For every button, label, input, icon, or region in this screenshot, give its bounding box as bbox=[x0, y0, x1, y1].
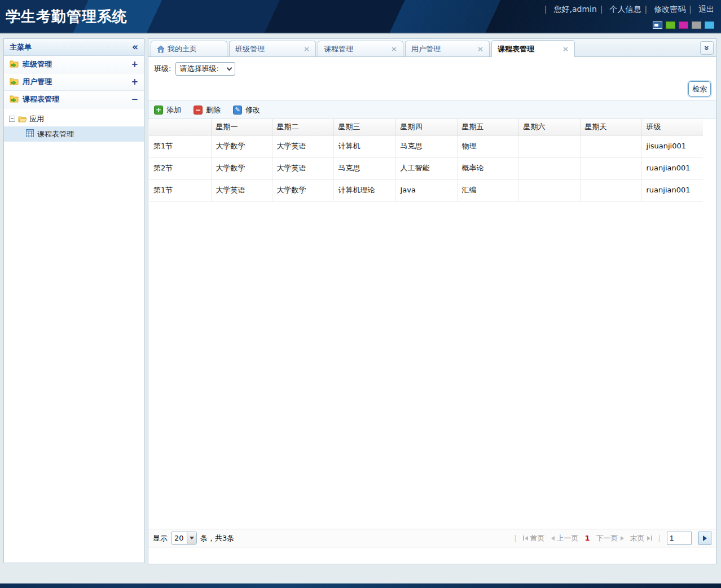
grid-cell[interactable]: 大学英语 bbox=[272, 157, 333, 179]
grid-cell[interactable]: ruanjian001 bbox=[641, 179, 703, 201]
logout-link[interactable]: 退出 bbox=[689, 5, 714, 15]
grid-cell[interactable]: 马克思 bbox=[395, 135, 457, 157]
change-password-link[interactable]: 修改密码 bbox=[645, 5, 686, 15]
grid-cell[interactable] bbox=[518, 157, 580, 179]
class-select[interactable]: 请选择班级: bbox=[175, 62, 235, 76]
tree-node-application[interactable]: 应用 bbox=[4, 111, 144, 126]
prev-page-button[interactable]: 上一页 bbox=[551, 533, 579, 543]
grid-cell[interactable] bbox=[580, 135, 641, 157]
grid-header-cell: 星期六 bbox=[518, 119, 580, 135]
page-size-value: 20 bbox=[172, 532, 187, 544]
tab-overflow-button[interactable] bbox=[700, 41, 714, 55]
grid-cell[interactable]: 计算机 bbox=[333, 135, 395, 157]
grid-cell[interactable] bbox=[518, 179, 580, 201]
table-row[interactable]: 第2节 大学数学 大学英语 马克思 人工智能 概率论 ruanjian001 bbox=[149, 157, 703, 179]
chevrons-down-icon bbox=[702, 45, 711, 51]
grid-cell[interactable]: 第1节 bbox=[149, 135, 211, 157]
grid-cell[interactable]: 大学英语 bbox=[211, 179, 272, 201]
separator bbox=[514, 534, 516, 542]
theme-swatch-gray[interactable] bbox=[692, 21, 701, 29]
grid-header-cell: 星期一 bbox=[211, 119, 272, 135]
tree-node-schedule-management[interactable]: 课程表管理 bbox=[4, 126, 144, 142]
grid-cell[interactable]: 物理 bbox=[457, 135, 518, 157]
sidebar-item-label: 课程表管理 bbox=[23, 94, 131, 104]
add-button[interactable]: 添加 bbox=[154, 105, 181, 115]
sidebar-title: 主菜单 bbox=[10, 42, 132, 52]
tree-node-label: 应用 bbox=[29, 114, 44, 124]
grid-cell[interactable]: 大学数学 bbox=[272, 179, 333, 201]
add-button-label: 添加 bbox=[166, 105, 181, 115]
grid-cell[interactable]: Java bbox=[395, 179, 457, 201]
tab-label: 课程管理 bbox=[324, 44, 353, 54]
grid-cell[interactable] bbox=[518, 135, 580, 157]
tab-user-management[interactable]: 用户管理 bbox=[405, 41, 490, 56]
close-icon[interactable] bbox=[386, 45, 397, 52]
grid-cell[interactable]: 第1节 bbox=[149, 179, 211, 201]
theme-swatch-default-blue[interactable] bbox=[653, 21, 662, 29]
table-row[interactable]: 第1节 大学英语 大学数学 计算机理论 Java 汇编 ruanjian001 bbox=[149, 179, 703, 201]
close-icon[interactable] bbox=[558, 45, 569, 52]
profile-link[interactable]: 个人信息 bbox=[600, 5, 641, 15]
grid-header-cell: 班级 bbox=[641, 119, 703, 135]
grid-cell[interactable]: 人工智能 bbox=[395, 157, 457, 179]
go-page-button[interactable] bbox=[698, 532, 711, 545]
grid-cell[interactable]: 大学数学 bbox=[211, 157, 272, 179]
tab-label: 课程表管理 bbox=[498, 44, 534, 54]
theme-swatch-magenta[interactable] bbox=[679, 21, 688, 29]
home-icon bbox=[157, 45, 165, 53]
grid-cell[interactable]: 计算机理论 bbox=[333, 179, 395, 201]
grid-cell[interactable]: jisuanji001 bbox=[641, 135, 703, 157]
triangle-right-icon bbox=[703, 536, 707, 541]
sidebar-item-user-management[interactable]: 用户管理 + bbox=[4, 73, 144, 91]
app-header: 学生考勤管理系统 您好,admin 个人信息 修改密码 退出 bbox=[0, 0, 721, 34]
page-nav-group: 首页 上一页 1 下一页 末页 bbox=[514, 532, 711, 545]
grid-cell[interactable]: ruanjian001 bbox=[641, 157, 703, 179]
folder-arrow-icon bbox=[10, 77, 19, 87]
pagination-bar: 显示 20 条，共3条 首页 上一页 1 下一页 末页 bbox=[148, 529, 716, 547]
grid-cell[interactable]: 马克思 bbox=[333, 157, 395, 179]
expand-plus-icon[interactable]: + bbox=[131, 77, 138, 87]
expand-minus-icon[interactable]: − bbox=[131, 94, 138, 104]
tab-course-management[interactable]: 课程管理 bbox=[318, 41, 403, 56]
greeting-text: 您好,admin bbox=[544, 5, 597, 15]
next-page-button[interactable]: 下一页 bbox=[596, 533, 624, 543]
tree-collapse-icon[interactable] bbox=[9, 116, 15, 122]
delete-button[interactable]: 删除 bbox=[194, 105, 221, 115]
close-icon[interactable] bbox=[473, 45, 483, 52]
theme-swatch-skyblue[interactable] bbox=[705, 21, 714, 29]
search-button[interactable]: 检索 bbox=[688, 81, 711, 96]
triangle-down-icon bbox=[190, 537, 194, 539]
grid-cell[interactable] bbox=[580, 179, 641, 201]
header-links: 您好,admin 个人信息 修改密码 退出 bbox=[541, 5, 714, 15]
table-row[interactable]: 第1节 大学数学 大学英语 计算机 马克思 物理 jisuanji001 bbox=[149, 135, 703, 157]
first-page-button[interactable]: 首页 bbox=[523, 533, 545, 543]
tab-schedule-management[interactable]: 课程表管理 bbox=[491, 40, 575, 57]
search-button-label: 检索 bbox=[692, 84, 707, 94]
page-number-input[interactable] bbox=[667, 532, 692, 545]
tab-class-management[interactable]: 班级管理 bbox=[229, 41, 316, 56]
expand-plus-icon[interactable]: + bbox=[131, 59, 138, 69]
grid-cell[interactable]: 大学英语 bbox=[272, 135, 333, 157]
theme-swatch-green[interactable] bbox=[666, 21, 675, 29]
filter-row: 班级: 请选择班级: bbox=[148, 57, 716, 76]
sidebar-item-schedule-management[interactable]: 课程表管理 − bbox=[4, 91, 144, 108]
tab-home[interactable]: 我的主页 bbox=[151, 41, 227, 56]
last-page-button[interactable]: 末页 bbox=[630, 533, 652, 543]
page-size-select[interactable]: 20 bbox=[171, 532, 197, 545]
grid-cell[interactable]: 概率论 bbox=[457, 157, 518, 179]
grid-cell[interactable]: 大学数学 bbox=[211, 135, 272, 157]
footer-strip bbox=[0, 583, 721, 588]
first-page-icon bbox=[523, 536, 528, 541]
grid-cell[interactable]: 第2节 bbox=[149, 157, 211, 179]
sidebar-collapse-icon[interactable] bbox=[132, 42, 138, 52]
combo-arrow-button[interactable] bbox=[187, 532, 196, 544]
current-page-number: 1 bbox=[585, 534, 590, 542]
theme-swatches bbox=[653, 21, 714, 29]
grid-cell[interactable]: 汇编 bbox=[457, 179, 518, 201]
sidebar-tree: 应用 课程表管理 bbox=[4, 108, 144, 142]
tab-label: 用户管理 bbox=[411, 44, 441, 54]
edit-button[interactable]: 修改 bbox=[233, 105, 260, 115]
sidebar-item-class-management[interactable]: 班级管理 + bbox=[4, 56, 144, 73]
close-icon[interactable] bbox=[299, 45, 310, 52]
grid-cell[interactable] bbox=[580, 157, 641, 179]
